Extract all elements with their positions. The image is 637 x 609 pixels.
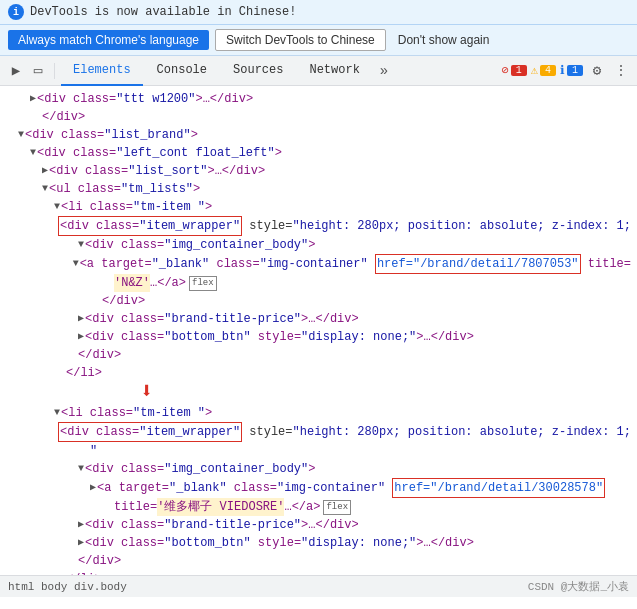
dom-line[interactable]: <div class="list_brand"> <box>0 126 637 144</box>
dom-line[interactable]: 'N&Z' …</a> flex <box>0 274 637 292</box>
info-badge-wrap: ℹ 1 <box>560 63 583 78</box>
watermark: CSDN @大数据_小袁 <box>528 579 629 594</box>
settings-icon[interactable]: ⚙ <box>587 61 607 81</box>
dom-line[interactable]: <div class="img_container_body"> <box>0 460 637 478</box>
dom-line[interactable]: <a target="_blank" class="img-container"… <box>0 254 637 274</box>
highlighted-div: <div class="item_wrapper" <box>58 216 242 236</box>
expand-icon[interactable] <box>18 126 24 144</box>
info-icon: i <box>8 4 24 20</box>
dom-line[interactable]: " <box>0 442 637 460</box>
dom-line[interactable]: <li class="tm-item "> <box>0 198 637 216</box>
device-icon[interactable]: ▭ <box>28 61 48 81</box>
href-highlight-2: href="/brand/detail/30028578" <box>392 478 605 498</box>
dom-line[interactable]: <div class="img_container_body"> <box>0 236 637 254</box>
dom-tree: <div class="ttt w1200">…</div> </div> <d… <box>0 86 637 575</box>
tab-sources[interactable]: Sources <box>221 56 295 86</box>
dom-line[interactable]: <div class="item_wrapper" style="height:… <box>0 216 637 236</box>
lang-bar: Always match Chrome's language Switch De… <box>0 25 637 56</box>
expand-icon[interactable] <box>78 516 84 534</box>
inspect-icon[interactable]: ▶ <box>6 61 26 81</box>
error-count: 1 <box>511 65 527 76</box>
dom-line[interactable]: </div> <box>0 346 637 364</box>
highlighted-div-2: <div class="item_wrapper" <box>58 422 242 442</box>
dom-line[interactable]: </div> <box>0 552 637 570</box>
expand-icon[interactable] <box>54 404 60 422</box>
href-highlight: href="/brand/detail/7807053" <box>375 254 581 274</box>
dom-line[interactable]: title= '维多椰子 VIEDOSRE' …</a> flex <box>0 498 637 516</box>
toolbar-divider <box>54 63 55 79</box>
dom-line[interactable]: </div> <box>0 292 637 310</box>
dom-line[interactable]: <a target="_blank" class="img-container"… <box>0 478 637 498</box>
dismiss-button[interactable]: Don't show again <box>392 30 496 50</box>
bottom-bar: html body div.body CSDN @大数据_小袁 <box>0 575 637 597</box>
info-count: 1 <box>567 65 583 76</box>
warning-badge-wrap: ⚠ 4 <box>531 63 556 78</box>
dom-line[interactable]: <div class="bottom_btn" style="display: … <box>0 328 637 346</box>
red-arrow-icon: ⬇ <box>140 382 153 404</box>
dom-line[interactable]: <div class="bottom_btn" style="display: … <box>0 534 637 552</box>
breadcrumb: html body div.body <box>8 581 127 593</box>
tab-elements[interactable]: Elements <box>61 56 143 86</box>
dom-line[interactable]: <div class="brand-title-price">…</div> <box>0 516 637 534</box>
dom-line[interactable]: </li> <box>0 364 637 382</box>
dom-line[interactable]: <div class="list_sort">…</div> <box>0 162 637 180</box>
red-arrow-line: ⬇ <box>0 382 637 404</box>
expand-icon[interactable] <box>54 198 60 216</box>
more-options-icon[interactable]: ⋮ <box>611 61 631 81</box>
error-badge-wrap: ⊘ 1 <box>502 63 527 78</box>
error-icon: ⊘ <box>502 63 509 78</box>
tab-console[interactable]: Console <box>145 56 219 86</box>
info-bar: i DevTools is now available in Chinese! <box>0 0 637 25</box>
expand-icon[interactable] <box>78 236 84 254</box>
switch-devtools-button[interactable]: Switch DevTools to Chinese <box>215 29 386 51</box>
dom-line[interactable]: <div class="item_wrapper" style="height:… <box>0 422 637 442</box>
flex-badge: flex <box>189 276 217 291</box>
expand-icon[interactable] <box>78 534 84 552</box>
tab-network[interactable]: Network <box>297 56 371 86</box>
devtools-toolbar: ▶ ▭ Elements Console Sources Network » ⊘… <box>0 56 637 86</box>
always-match-button[interactable]: Always match Chrome's language <box>8 30 209 50</box>
expand-icon[interactable] <box>78 328 84 346</box>
info-message: DevTools is now available in Chinese! <box>30 5 296 19</box>
expand-icon[interactable] <box>73 255 79 273</box>
dom-line[interactable]: <div class="brand-title-price">…</div> <box>0 310 637 328</box>
dom-line[interactable]: <ul class="tm_lists"> <box>0 180 637 198</box>
expand-icon[interactable] <box>30 90 36 108</box>
warning-icon: ⚠ <box>531 63 538 78</box>
expand-icon[interactable] <box>30 144 36 162</box>
expand-icon[interactable] <box>78 310 84 328</box>
toolbar-right: ⊘ 1 ⚠ 4 ℹ 1 ⚙ ⋮ <box>502 61 631 81</box>
expand-icon[interactable] <box>78 460 84 478</box>
info-count-icon: ℹ <box>560 63 565 78</box>
dom-line[interactable]: </div> <box>0 108 637 126</box>
more-tabs-icon[interactable]: » <box>374 61 394 81</box>
expand-icon[interactable] <box>42 180 48 198</box>
dom-line[interactable]: <div class="left_cont float_left"> <box>0 144 637 162</box>
dom-line[interactable]: <div class="ttt w1200">…</div> <box>0 90 637 108</box>
expand-icon[interactable] <box>90 479 96 497</box>
flex-badge-2: flex <box>323 500 351 515</box>
expand-icon[interactable] <box>42 162 48 180</box>
dom-line[interactable]: <li class="tm-item "> <box>0 404 637 422</box>
warning-count: 4 <box>540 65 556 76</box>
